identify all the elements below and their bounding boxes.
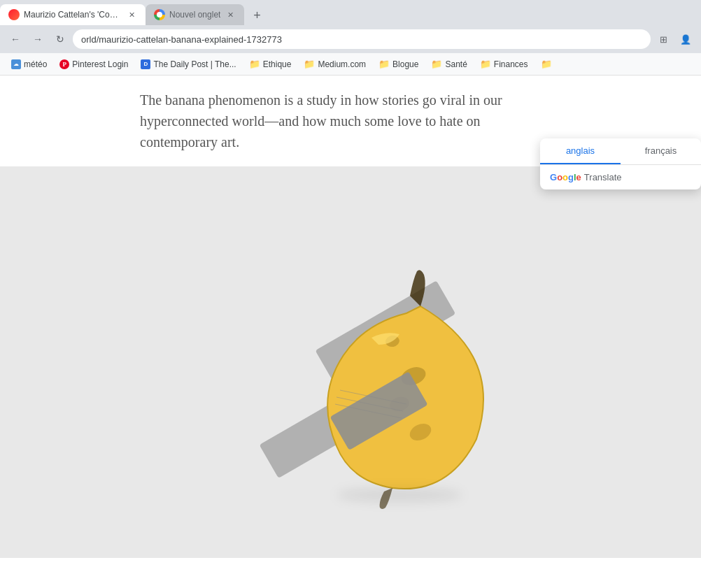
bookmark-ethique[interactable]: 📁 Ethique [243,56,297,72]
tab-2-close[interactable]: ✕ [225,9,236,20]
folder-icon: 📁 [304,59,315,69]
google-logo: Google [550,172,581,182]
translate-tab-anglais[interactable]: anglais [540,138,621,164]
bookmarks-bar: ☁ météo P Pinterest Login D The Daily Po… [0,53,701,76]
tab-bar: Maurizio Cattelan's 'Comedian ✕ Nouvel o… [0,0,701,25]
bookmark-medium-label: Medium.com [318,59,366,69]
bookmark-meteo[interactable]: ☁ météo [6,57,52,72]
opera-favicon [8,9,20,20]
banana-artwork [211,215,490,509]
folder-icon: 📁 [431,59,442,69]
bookmark-sante-label: Santé [445,59,467,69]
tab-2-title: Nouvel onglet [169,10,220,20]
address-input[interactable] [73,29,651,49]
page-content: The banana phenomenon is a study in how … [0,76,701,558]
bookmark-sante[interactable]: 📁 Santé [425,56,472,72]
bookmark-more[interactable]: 📁 [535,56,558,72]
refresh-button[interactable]: ↻ [50,29,70,49]
bookmark-pinterest[interactable]: P Pinterest Login [54,57,134,72]
browser-chrome: Maurizio Cattelan's 'Comedian ✕ Nouvel o… [0,0,701,76]
banana-shadow [337,488,462,502]
pinterest-favicon: P [59,59,69,69]
extensions-button[interactable]: ⊞ [653,29,673,49]
bookmark-blogue[interactable]: 📁 Blogue [373,56,424,72]
bookmark-meteo-label: météo [24,59,47,69]
translate-tab-francais-label: français [645,145,677,156]
tab-1[interactable]: Maurizio Cattelan's 'Comedian ✕ [0,4,146,25]
back-button[interactable]: ← [6,29,25,49]
bookmark-blogue-label: Blogue [392,59,418,69]
article-image [0,166,701,558]
tab-1-close[interactable]: ✕ [126,9,137,20]
folder-icon: 📁 [541,59,552,69]
bookmark-dailypost[interactable]: D The Daily Post | The... [135,57,241,72]
address-bar-row: ← → ↻ ⊞ 👤 [0,25,701,53]
folder-icon: 📁 [378,59,390,69]
tab-1-title: Maurizio Cattelan's 'Comedian [24,10,122,20]
bookmark-finances[interactable]: 📁 Finances [474,56,534,72]
bookmark-finances-label: Finances [494,59,528,69]
meteo-favicon: ☁ [11,59,21,69]
forward-button[interactable]: → [28,29,48,49]
profile-button[interactable]: 👤 [676,29,695,49]
tab-2[interactable]: Nouvel onglet ✕ [146,4,244,25]
folder-icon: 📁 [480,59,491,69]
article-subtitle: The banana phenomenon is a study in how … [140,89,561,152]
translate-label: Translate [584,172,622,182]
translate-tab-francais[interactable]: français [621,138,701,164]
translate-tab-anglais-label: anglais [566,145,595,156]
translate-tabs: anglais français [540,138,701,165]
dailypost-favicon: D [141,59,150,69]
bookmark-pinterest-label: Pinterest Login [72,59,128,69]
chrome-favicon [154,9,165,20]
bookmark-dailypost-label: The Daily Post | The... [153,59,236,69]
bookmark-medium[interactable]: 📁 Medium.com [298,56,371,72]
translate-branding: Google Translate [540,165,701,189]
bookmark-ethique-label: Ethique [263,59,292,69]
google-translate-popup: anglais français Google Translate [540,138,701,189]
folder-icon: 📁 [249,59,260,69]
new-tab-button[interactable]: + [247,6,267,25]
